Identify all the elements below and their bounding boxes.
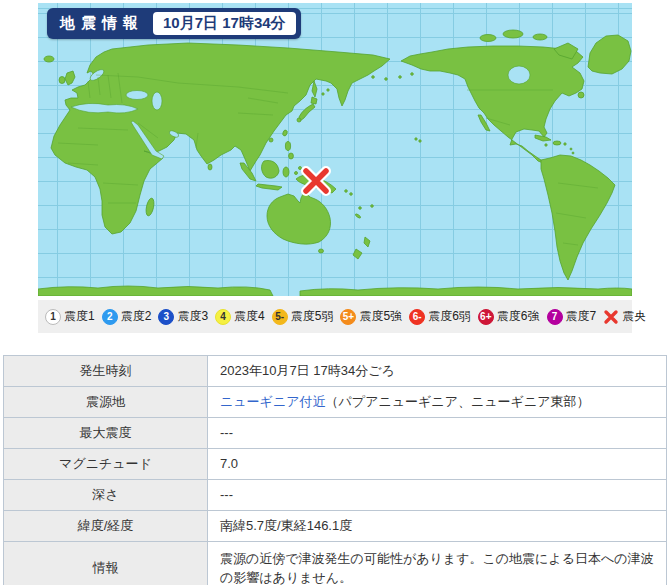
- legend-label: 震度3: [177, 308, 208, 325]
- java: [256, 184, 282, 190]
- ireland: [59, 77, 65, 84]
- legend-label: 震度1: [64, 308, 95, 325]
- earthquake-info-badge: 地震情報 10月7日 17時34分: [47, 8, 301, 39]
- epicenter-x-icon: [603, 309, 619, 325]
- philippines-luzon: [285, 142, 290, 151]
- tasmania: [319, 249, 324, 253]
- legend-label: 震度6弱: [428, 308, 471, 325]
- row-value: 2023年10月7日 17時34分ごろ: [208, 356, 667, 387]
- puerto-rico: [564, 143, 566, 145]
- lesser-antilles: [572, 152, 574, 154]
- earthquake-info-page: 地震情報 10月7日 17時34分 1 震度1 2 震度2 3 震度3 4 震度…: [0, 0, 670, 585]
- sri-lanka: [208, 164, 212, 170]
- legend-item-shindo7: 7 震度7: [547, 308, 597, 325]
- row-label: 最大震度: [4, 418, 208, 449]
- kuril-islands: [327, 89, 329, 91]
- legend-label: 震度2: [121, 308, 152, 325]
- legend-label: 震度7: [566, 308, 597, 325]
- intensity-3-icon: 3: [158, 309, 174, 325]
- legend-item-shindo4: 4 震度4: [215, 308, 265, 325]
- iceland: [44, 56, 54, 62]
- sulawesi: [283, 167, 289, 177]
- taiwan: [282, 129, 288, 136]
- hainan: [269, 138, 273, 142]
- landmass-north-america: [401, 46, 584, 163]
- hispaniola: [553, 141, 561, 145]
- table-row-lat-long: 緯度/経度 南緯5.7度/東経146.1度: [4, 511, 667, 542]
- intensity-6-upper-icon: 6+: [478, 309, 494, 325]
- table-row-information: 情報 震源の近傍で津波発生の可能性があります。この地震による日本への津波の影響は…: [4, 542, 667, 585]
- legend-item-shindo3: 3 震度3: [158, 308, 208, 325]
- row-value: ---: [208, 418, 667, 449]
- report-datetime: 10月7日 17時34分: [153, 12, 296, 35]
- fiji: [371, 205, 374, 208]
- intensity-5-upper-icon: 5+: [340, 309, 356, 325]
- sakhalin: [312, 81, 317, 97]
- newfoundland: [578, 92, 584, 98]
- epicenter-link[interactable]: ニューギニア付近: [220, 394, 326, 409]
- table-row-max-intensity: 最大震度 ---: [4, 418, 667, 449]
- intensity-4-icon: 4: [215, 309, 231, 325]
- lesser-antilles: [570, 148, 572, 150]
- black-sea: [126, 91, 148, 100]
- japan-hokkaido: [311, 97, 317, 104]
- aleutian-islands: [411, 73, 414, 76]
- row-label: 情報: [4, 542, 208, 585]
- earthquake-detail-table: 発生時刻 2023年10月7日 17時34分ごろ 震源地 ニューギニア付近（パプ…: [3, 355, 667, 585]
- row-value: 南緯5.7度/東経146.1度: [208, 511, 667, 542]
- philippines-mindanao: [289, 153, 294, 159]
- row-value: ニューギニア付近（パプアニューギニア、ニューギニア東部）: [208, 387, 667, 418]
- antarctica-west: [38, 286, 273, 296]
- greenland: [588, 35, 631, 74]
- moluccas: [295, 172, 298, 175]
- intensity-5-lower-icon: 5-: [272, 309, 288, 325]
- legend-item-shindo1: 1 震度1: [45, 308, 95, 325]
- epicenter-marker: [306, 171, 326, 191]
- legend-item-shindo6-lower: 6- 震度6弱: [409, 308, 471, 325]
- table-row-epicenter: 震源地 ニューギニア付近（パプアニューギニア、ニューギニア東部）: [4, 387, 667, 418]
- hawaii: [415, 138, 417, 140]
- aleutian-islands: [399, 76, 402, 79]
- new-zealand-north: [364, 237, 370, 247]
- aleutian-islands: [372, 76, 375, 79]
- intensity-1-icon: 1: [45, 309, 61, 325]
- japan-kyushu: [297, 118, 301, 122]
- page-title: 地震情報: [60, 14, 144, 33]
- kuril-islands: [322, 93, 324, 95]
- row-label: 緯度/経度: [4, 511, 208, 542]
- row-label: 震源地: [4, 387, 208, 418]
- borneo: [262, 160, 279, 178]
- japan-honshu: [299, 104, 315, 121]
- aleutian-islands: [385, 78, 388, 81]
- row-label: 発生時刻: [4, 356, 208, 387]
- legend-item-shindo6-upper: 6+ 震度6強: [478, 308, 540, 325]
- jamaica: [545, 144, 547, 146]
- antarctica-east: [300, 287, 632, 296]
- legend-item-epicenter: 震央: [603, 308, 646, 325]
- moluccas: [299, 167, 302, 170]
- legend-label: 震度6強: [497, 308, 540, 325]
- legend-label: 震央: [622, 308, 646, 325]
- new-zealand-south: [353, 249, 362, 259]
- table-row-occurrence-time: 発生時刻 2023年10月7日 17時34分ごろ: [4, 356, 667, 387]
- madagascar: [145, 197, 156, 216]
- arctic-islands: [533, 34, 547, 40]
- legend-label: 震度5弱: [291, 308, 334, 325]
- row-label: 深さ: [4, 480, 208, 511]
- table-row-magnitude: マグニチュード 7.0: [4, 449, 667, 480]
- arctic-islands: [503, 30, 523, 38]
- row-value: ---: [208, 480, 667, 511]
- world-map-svg: [38, 3, 632, 296]
- vanuatu: [359, 207, 362, 210]
- hawaii: [419, 140, 421, 142]
- row-label: マグニチュード: [4, 449, 208, 480]
- great-britain: [65, 71, 75, 85]
- table-row-depth: 深さ ---: [4, 480, 667, 511]
- legend-item-shindo2: 2 震度2: [102, 308, 152, 325]
- legend-label: 震度4: [234, 308, 265, 325]
- landmass-south-america: [541, 155, 615, 280]
- row-value: 震源の近傍で津波発生の可能性があります。この地震による日本への津波の影響はありま…: [208, 542, 667, 585]
- world-map: 地震情報 10月7日 17時34分: [38, 3, 632, 296]
- solomon-islands: [345, 190, 348, 193]
- caspian-sea: [152, 92, 162, 110]
